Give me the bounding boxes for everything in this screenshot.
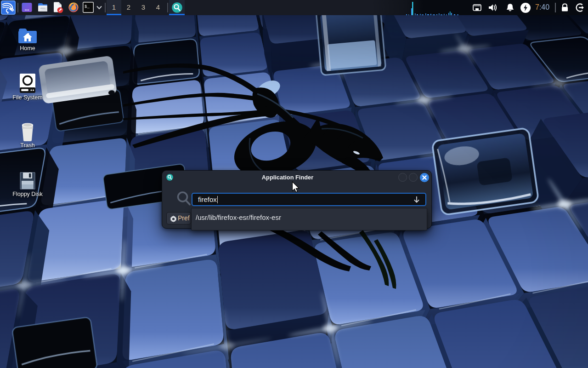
svg-text:$_: $_ — [85, 5, 90, 9]
